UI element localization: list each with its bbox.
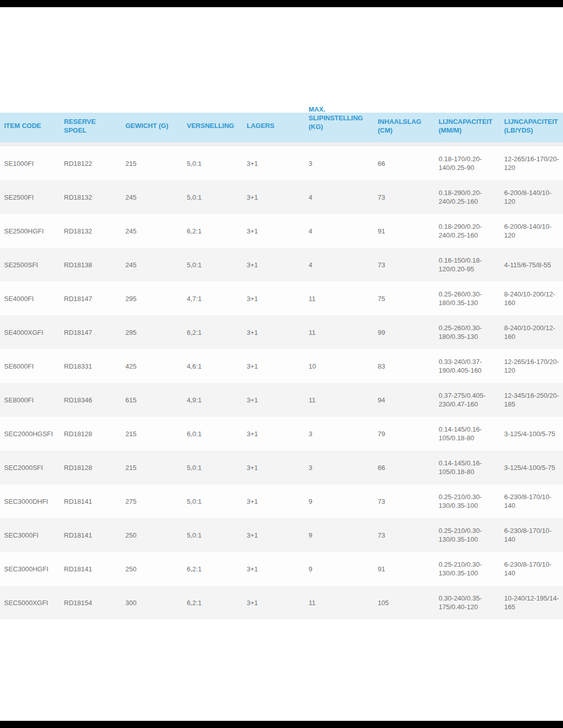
- column-header-inhaalslag-cm: INHAALSLAG (CM): [374, 113, 435, 144]
- table-cell: RD18331: [60, 349, 121, 383]
- table-cell-value: 4,7:1: [187, 294, 202, 303]
- table-cell: RD18141: [60, 552, 121, 586]
- table-cell: 3-125/4-100/5-75: [500, 451, 563, 484]
- table-cell-value: 73: [378, 497, 385, 506]
- table-cell-value: 3+1: [247, 396, 258, 404]
- table-cell: 8-240/10-200/12-160: [500, 315, 563, 349]
- table-cell-value: 215: [125, 159, 137, 168]
- table-cell: 11: [305, 315, 374, 349]
- table-cell: 0.16-150/0.18-120/0.20-95: [435, 248, 500, 282]
- table-cell: 215: [121, 146, 183, 180]
- table-cell: 245: [121, 180, 183, 214]
- table-cell-value: 6,0:1: [187, 430, 202, 438]
- table-cell-value: SE4000XGFI: [4, 328, 44, 337]
- table-cell: 300: [121, 586, 183, 619]
- table-cell-value: 0.16-150/0.18-120/0.20-95: [439, 256, 497, 273]
- table-cell: 4-115/6-75/8-55: [500, 248, 563, 282]
- table-cell-value: 99: [378, 328, 385, 337]
- table-cell: RD18128: [60, 417, 121, 451]
- table-cell: RD18346: [60, 383, 121, 417]
- table-cell-value: SEC2000HGSFI: [4, 430, 53, 438]
- table-cell-value: 8-240/10-200/12-160: [504, 290, 560, 307]
- table-cell: 75: [374, 282, 435, 315]
- table-cell: SE4000XGFI: [0, 315, 60, 349]
- table-cell: 9: [305, 484, 374, 518]
- specifications-table: ITEM CODERESERVE SPOELGEWICHT (G)VERSNEL…: [0, 113, 563, 619]
- table-cell: 5,0:1: [183, 484, 243, 518]
- table-cell-value: 11: [309, 328, 316, 337]
- table-cell-value: 5,0:1: [187, 159, 202, 168]
- table-header-row: ITEM CODERESERVE SPOELGEWICHT (G)VERSNEL…: [0, 113, 563, 142]
- table-cell-value: 6,2:1: [187, 565, 202, 573]
- table-cell: 0.14-145/0.16-105/0.18-80: [435, 451, 500, 484]
- table-cell-value: 12-345/16-250/20-185: [504, 391, 560, 409]
- table-cell: 3+1: [243, 282, 305, 315]
- column-header-versnelling: VERSNELLING: [183, 113, 243, 144]
- table-cell-value: 4,6:1: [187, 362, 202, 371]
- table-cell: SEC2000SFI: [0, 451, 60, 484]
- table-cell: 9: [305, 552, 374, 586]
- table-cell-value: SE2500FI: [4, 193, 34, 202]
- table-cell-value: 3+1: [247, 463, 258, 472]
- table-cell-value: 3+1: [247, 159, 258, 168]
- table-cell-value: 91: [378, 227, 385, 235]
- table-cell-value: RD18141: [64, 531, 92, 540]
- table-cell-value: 3+1: [247, 362, 258, 371]
- table-cell-value: 0.30-240/0.35-175/0.40-120: [439, 594, 497, 611]
- table-cell-value: 6-230/8-170/10-140: [504, 560, 560, 577]
- table-cell: SE6000FI: [0, 349, 60, 383]
- table-cell: 6-200/8-140/10-120: [500, 180, 563, 214]
- table-cell-value: 4: [309, 261, 312, 269]
- table-cell: 105: [374, 586, 435, 619]
- table-cell-value: 73: [378, 193, 385, 202]
- table-cell: 12-345/16-250/20-185: [500, 383, 563, 417]
- table-cell-value: 4: [309, 193, 312, 202]
- table-cell: 0.25-210/0.30-130/0.35-100: [435, 484, 500, 518]
- table-cell: 5,0:1: [183, 518, 243, 552]
- table-cell: RD18141: [60, 518, 121, 552]
- table-cell-value: SE2500SFI: [4, 261, 38, 269]
- table-cell-value: RD18147: [64, 294, 92, 303]
- table-cell-value: 105: [378, 598, 389, 607]
- table-row: SEC3000DHFIRD181412755,0:13+19730.25-210…: [0, 484, 563, 518]
- table-cell: 10: [305, 349, 374, 383]
- column-header-lagers: LAGERS: [243, 113, 305, 144]
- table-cell: 8-240/10-200/12-160: [500, 282, 563, 315]
- table-cell-value: 11: [309, 598, 316, 607]
- table-cell-value: 5,0:1: [187, 463, 202, 472]
- table-cell-value: RD18138: [64, 261, 92, 269]
- table-cell-value: SEC3000FI: [4, 531, 38, 540]
- table-cell: 250: [121, 518, 183, 552]
- table-cell: 0.25-260/0.30-180/0.35-130: [435, 282, 500, 315]
- table-cell-value: 245: [125, 193, 137, 202]
- table-cell: 9: [305, 518, 374, 552]
- table-cell: 3+1: [243, 180, 305, 214]
- table-cell: SE1000FI: [0, 146, 60, 180]
- table-cell-value: 295: [125, 294, 137, 303]
- table-cell-value: 9: [309, 497, 312, 506]
- table-cell: 215: [121, 417, 183, 451]
- table-cell-value: 3+1: [247, 193, 258, 202]
- column-header-gewicht-g: GEWICHT (G): [121, 113, 183, 144]
- table-cell-value: 8-240/10-200/12-160: [504, 324, 560, 341]
- table-cell-value: 3-125/4-100/5-75: [504, 430, 555, 438]
- table-cell-value: 3+1: [247, 598, 258, 607]
- table-cell-value: RD18331: [64, 362, 92, 371]
- table-cell: 0.18-290/0.20-240/0.25-160: [435, 180, 500, 214]
- table-cell: SEC5000XGFI: [0, 586, 60, 619]
- table-cell: 6-230/8-170/10-140: [500, 518, 563, 552]
- table-cell: 3+1: [243, 586, 305, 619]
- table-cell: 3: [305, 417, 374, 451]
- table-cell: 3-125/4-100/5-75: [500, 417, 563, 451]
- table-cell: 94: [374, 383, 435, 417]
- table-cell-value: SE4000FI: [4, 294, 34, 303]
- table-cell-value: 0.14-145/0.16-105/0.18-80: [439, 425, 497, 442]
- table-row: SEC3000HGFIRD181412506,2:13+19910.25-210…: [0, 552, 563, 586]
- table-cell: 245: [121, 248, 183, 282]
- column-header-lijncapaciteit-mm-m: LIJNCAPACITEIT (MM/M): [435, 113, 500, 144]
- table-cell: 3+1: [243, 417, 305, 451]
- table-cell-value: 0.25-210/0.30-130/0.35-100: [439, 493, 497, 510]
- table-cell-value: SEC3000HGFI: [4, 565, 49, 573]
- table-cell-value: 6,2:1: [187, 598, 202, 607]
- table-cell-value: 3+1: [247, 531, 258, 540]
